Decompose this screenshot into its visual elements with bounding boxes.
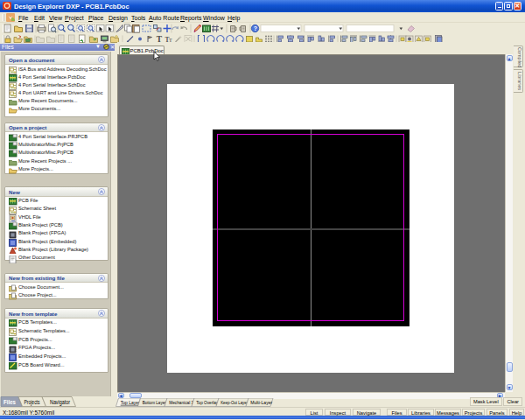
svg-text:Top Overlay: Top Overlay — [196, 400, 218, 405]
svg-text:Navigator: Navigator — [50, 399, 70, 406]
svg-text:Multi-Layer: Multi-Layer — [250, 400, 272, 405]
svg-text:Keep-Out Layer: Keep-Out Layer — [220, 400, 248, 405]
svg-text:Mechanical 1: Mechanical 1 — [169, 400, 193, 405]
svg-text:Top Layer: Top Layer — [121, 400, 140, 405]
svg-text:Projects: Projects — [24, 399, 40, 406]
svg-text:Files: Files — [4, 399, 16, 405]
svg-text:Bottom Layer: Bottom Layer — [143, 400, 166, 405]
